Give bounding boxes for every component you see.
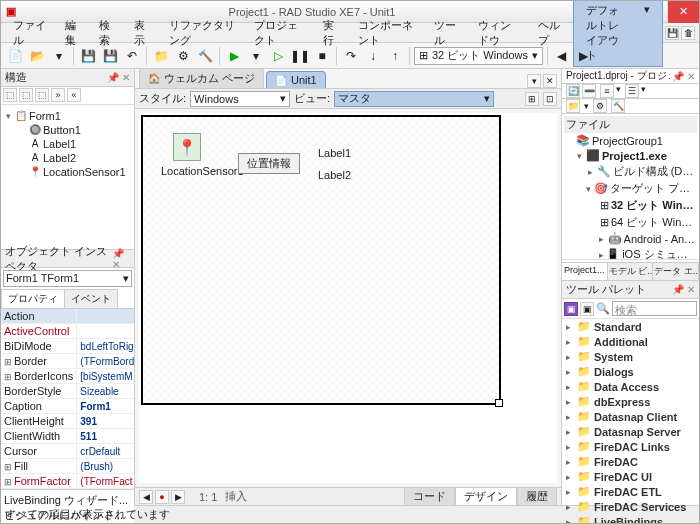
struct-tool-icon[interactable]: ⬚ xyxy=(35,88,49,102)
property-row[interactable]: ClientWidth511 xyxy=(1,429,134,444)
view-tool-icon[interactable]: ⊡ xyxy=(543,92,557,106)
run-dropdown-icon[interactable]: ▾ xyxy=(246,46,266,66)
property-row[interactable]: CursorcrDefault xyxy=(1,444,134,459)
view-tool-icon[interactable]: ⊞ xyxy=(525,92,539,106)
pm-tool-icon[interactable]: ⚙ xyxy=(593,99,607,113)
open-icon[interactable]: 📂 xyxy=(27,46,47,66)
menu-file[interactable]: ファイル xyxy=(5,16,55,50)
run-nodebug-icon[interactable]: ▷ xyxy=(268,46,288,66)
struct-tool-icon[interactable]: ⬚ xyxy=(19,88,33,102)
palette-category[interactable]: ▸📁FireDAC xyxy=(562,454,699,469)
saveall-icon[interactable]: 💾 xyxy=(100,46,120,66)
property-row[interactable]: ⊞BorderIcons[biSystemM xyxy=(1,369,134,384)
stepout-icon[interactable]: ↑ xyxy=(385,46,405,66)
locationsensor-component[interactable]: 📍 xyxy=(173,133,201,161)
menu-project[interactable]: プロジェクト xyxy=(246,16,312,50)
nav-next-icon[interactable]: ▶ xyxy=(171,490,185,504)
tab-code[interactable]: コード xyxy=(404,488,455,506)
tab-nav-icon[interactable]: ▾ xyxy=(527,74,541,88)
stepin-icon[interactable]: ↓ xyxy=(363,46,383,66)
palette-category[interactable]: ▸📁LiveBindings xyxy=(562,514,699,524)
pm-view-icon[interactable]: ≡ xyxy=(600,84,614,98)
tab-unit1[interactable]: 📄 Unit1 xyxy=(266,71,326,88)
button1[interactable]: 位置情報 xyxy=(238,153,300,174)
form-canvas[interactable]: 📍 LocationSensor1 位置情報 Label1 Label2 xyxy=(141,115,501,405)
menu-run[interactable]: 実行 xyxy=(315,16,348,50)
menu-refactor[interactable]: リファクタリング xyxy=(161,16,244,50)
record-icon[interactable]: ● xyxy=(155,490,169,504)
pm-add-icon[interactable]: 🔄 xyxy=(566,84,580,98)
panel-pin-icon[interactable]: 📌 ✕ xyxy=(107,72,130,83)
palette-category[interactable]: ▸📁Datasnap Client xyxy=(562,409,699,424)
target-combo[interactable]: ⊞ 32 ビット Windows ▾ xyxy=(414,47,543,65)
tree-item[interactable]: ALabel2 xyxy=(3,151,132,165)
property-row[interactable]: ⊞Fill(Brush) xyxy=(1,459,134,474)
palette-category[interactable]: ▸📁Standard xyxy=(562,319,699,334)
palette-category[interactable]: ▸📁Data Access xyxy=(562,379,699,394)
pm-remove-icon[interactable]: ➖ xyxy=(582,84,596,98)
pm-tool-icon[interactable]: 📁 xyxy=(566,99,580,113)
tree-item[interactable]: ALabel1 xyxy=(3,137,132,151)
style-combo[interactable]: Windows▾ xyxy=(190,91,290,107)
nav-prev-icon[interactable]: ◀ xyxy=(139,490,153,504)
oi-link[interactable]: LiveBinding ウィザード... xyxy=(4,493,131,508)
property-row[interactable]: BorderStyleSizeable xyxy=(1,384,134,399)
property-grid[interactable]: ActionActiveControlBiDiModebdLeftToRig⊞B… xyxy=(1,309,134,489)
property-row[interactable]: ClientHeight391 xyxy=(1,414,134,429)
pm-list-icon[interactable]: ☰ xyxy=(625,84,639,98)
property-row[interactable]: ActiveControl xyxy=(1,324,134,339)
pm-tool-icon[interactable]: 🔨 xyxy=(611,99,625,113)
palette-category[interactable]: ▸📁Dialogs xyxy=(562,364,699,379)
pm-tab-model[interactable]: モデル ビ... xyxy=(608,263,654,280)
tab-history[interactable]: 履歴 xyxy=(517,488,557,506)
property-row[interactable]: ⊞FormFactor(TFormFact xyxy=(1,474,134,489)
menu-help[interactable]: ヘルプ xyxy=(530,16,571,50)
run-icon[interactable]: ▶ xyxy=(224,46,244,66)
label1[interactable]: Label1 xyxy=(318,147,351,159)
palette-mode-icon[interactable]: ▣ xyxy=(580,302,594,316)
oi-object-combo[interactable]: Form1 TForm1▾ xyxy=(3,270,132,287)
palette-category[interactable]: ▸📁FireDAC Links xyxy=(562,439,699,454)
menu-view[interactable]: 表示 xyxy=(126,16,159,50)
save-icon[interactable]: 💾 xyxy=(78,46,98,66)
property-row[interactable]: Action xyxy=(1,309,134,324)
layout-delete-icon[interactable]: 🗑 xyxy=(681,26,695,40)
palette-category[interactable]: ▸📁Datasnap Server xyxy=(562,424,699,439)
tree-root[interactable]: ▾📋Form1 xyxy=(3,109,132,123)
stepover-icon[interactable]: ↷ xyxy=(341,46,361,66)
menu-search[interactable]: 検索 xyxy=(91,16,124,50)
palette-category[interactable]: ▸📁FireDAC ETL xyxy=(562,484,699,499)
tree-item[interactable]: 🔘Button1 xyxy=(3,123,132,137)
forward-icon[interactable]: ▶ xyxy=(574,46,594,66)
project-tree[interactable]: ファイル 📚 ProjectGroup1 ▾⬛ Project1.exe ▸🔧 … xyxy=(562,114,699,259)
struct-tool-icon[interactable]: ⬚ xyxy=(3,88,17,102)
build-icon[interactable]: 🔨 xyxy=(195,46,215,66)
stop-icon[interactable]: ■ xyxy=(312,46,332,66)
back-icon[interactable]: ◀ xyxy=(552,46,572,66)
palette-category[interactable]: ▸📁FireDAC UI xyxy=(562,469,699,484)
palette-category[interactable]: ▸📁FireDAC Services xyxy=(562,499,699,514)
collapse-icon[interactable]: « xyxy=(67,88,81,102)
form-designer[interactable]: 📍 LocationSensor1 位置情報 Label1 Label2 xyxy=(139,113,557,483)
tab-welcome[interactable]: 🏠 ウェルカム ページ xyxy=(139,68,264,88)
pause-icon[interactable]: ❚❚ xyxy=(290,46,310,66)
menu-window[interactable]: ウィンドウ xyxy=(470,16,528,50)
panel-pin-icon[interactable]: 📌 ✕ xyxy=(672,284,695,295)
menu-tools[interactable]: ツール xyxy=(426,16,467,50)
panel-pin-icon[interactable]: 📌 ✕ xyxy=(112,248,130,270)
compile-icon[interactable]: ⚙ xyxy=(173,46,193,66)
tree-item[interactable]: 📍LocationSensor1 xyxy=(3,165,132,179)
pm-tab-project[interactable]: Project1... xyxy=(562,263,608,280)
tab-design[interactable]: デザイン xyxy=(455,488,517,506)
new-icon[interactable]: 📄 xyxy=(5,46,25,66)
tab-events[interactable]: イベント xyxy=(64,289,118,308)
menu-component[interactable]: コンポーネント xyxy=(350,16,425,50)
palette-category[interactable]: ▸📁System xyxy=(562,349,699,364)
panel-pin-icon[interactable]: 📌 ✕ xyxy=(672,71,695,82)
property-row[interactable]: ⊞Border(TFormBord xyxy=(1,354,134,369)
property-row[interactable]: BiDiModebdLeftToRig xyxy=(1,339,134,354)
palette-category[interactable]: ▸📁Additional xyxy=(562,334,699,349)
dropdown-icon[interactable]: ▾ xyxy=(49,46,69,66)
label2[interactable]: Label2 xyxy=(318,169,351,181)
view-combo[interactable]: マスタ▾ xyxy=(334,91,494,107)
